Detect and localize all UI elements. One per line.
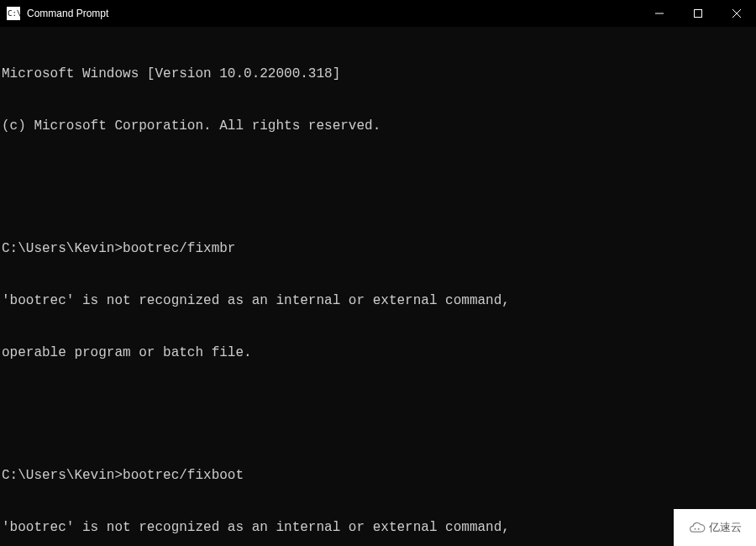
close-button[interactable] (717, 0, 756, 27)
output-line: operable program or batch file. (2, 344, 754, 362)
window-title: Command Prompt (27, 8, 108, 19)
close-icon (732, 9, 741, 18)
header-line: Microsoft Windows [Version 10.0.22000.31… (2, 66, 754, 83)
prompt: C:\Users\Kevin> (2, 240, 123, 258)
header-line: (c) Microsoft Corporation. All rights re… (2, 118, 754, 135)
prompt-line: C:\Users\Kevin>bootrec/fixmbr (2, 240, 754, 258)
window-controls (640, 0, 756, 27)
svg-rect-1 (695, 10, 702, 18)
svg-point-5 (697, 528, 699, 530)
output-line: 'bootrec' is not recognized as an intern… (2, 519, 754, 537)
command-prompt-window: Command Prompt Microsoft Windows [Versio… (0, 0, 756, 546)
watermark-badge: 亿速云 (674, 509, 756, 546)
terminal-output[interactable]: Microsoft Windows [Version 10.0.22000.31… (0, 27, 756, 546)
minimize-icon (655, 9, 664, 18)
watermark-text: 亿速云 (709, 520, 742, 535)
blank-line (2, 170, 754, 187)
prompt-line: C:\Users\Kevin>bootrec/fixboot (2, 467, 754, 485)
blank-line (2, 397, 754, 415)
output-line: 'bootrec' is not recognized as an intern… (2, 292, 754, 310)
command-text: bootrec/fixboot (123, 467, 244, 485)
titlebar[interactable]: Command Prompt (0, 0, 756, 27)
prompt: C:\Users\Kevin> (2, 467, 123, 485)
cmd-icon (7, 7, 20, 20)
cloud-icon (689, 519, 706, 536)
maximize-button[interactable] (679, 0, 717, 27)
command-text: bootrec/fixmbr (123, 240, 235, 258)
maximize-icon (694, 9, 702, 18)
svg-point-4 (694, 528, 696, 530)
minimize-button[interactable] (640, 0, 679, 27)
